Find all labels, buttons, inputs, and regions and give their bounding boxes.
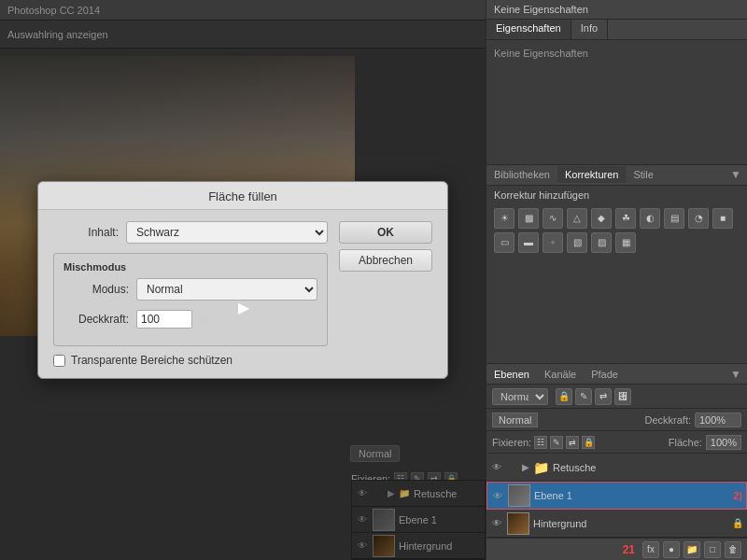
layer-ebene1[interactable]: 👁 Ebene 1 2): [486, 482, 747, 510]
keine-eigenschaften-label: Keine Eigenschaften: [486, 40, 747, 66]
adj-icon-levels[interactable]: ▩: [518, 208, 539, 229]
deckkraft-input[interactable]: [136, 310, 192, 329]
layer-name-retusche: Retusche: [553, 462, 743, 473]
inhalt-row: Inhalt: Schwarz Weiß Farbe...: [53, 221, 328, 244]
properties-tabs: Eigenschaften Info: [486, 20, 747, 40]
layers-tabs: Ebenen Kanäle Pfade ▼: [486, 364, 747, 385]
layer-name-ebene1: Ebene 1: [534, 490, 729, 501]
layer-name-hintergrund: Hintergrund: [533, 518, 728, 529]
fix-icon-r2[interactable]: ✎: [550, 436, 563, 449]
tab-kanaele[interactable]: Kanäle: [537, 366, 584, 383]
adj-icon-threshold[interactable]: ▧: [567, 232, 587, 253]
adj-icon-brightness[interactable]: ☀: [494, 208, 514, 229]
blend-mode-select[interactable]: Normal: [492, 388, 548, 405]
main-container: Photoshop CC 2014 Auswahlring anzeigen N…: [0, 0, 747, 560]
dialog-left: Inhalt: Schwarz Weiß Farbe... Mischmodus: [53, 221, 328, 367]
tab-ebenen[interactable]: Ebenen: [486, 366, 537, 383]
right-panel: Keine Eigenschaften Eigenschaften Info K…: [486, 0, 747, 560]
mischmodus-group: Mischmodus Modus: Normal Multiplizieren …: [53, 253, 328, 346]
layer-hintergrund[interactable]: 👁 Hintergrund 🔒: [486, 510, 747, 538]
layers-bottom: 21 fx ● 📁 □ 🗑: [486, 538, 747, 560]
fill-label: Fläche:: [669, 437, 702, 448]
adj-icon-exposure[interactable]: △: [567, 208, 587, 229]
layer-retusche[interactable]: 👁 ▶ 📁 Retusche: [486, 454, 747, 482]
dialog-overlay: Fläche füllen Inhalt: Schwarz Weiß Farbe…: [0, 0, 486, 560]
layer-icons-row: 🔒 ✎ ⇄ ␿: [556, 388, 631, 405]
group-btn[interactable]: 📁: [684, 541, 700, 558]
fixieren-label-right: Fixieren:: [492, 437, 531, 448]
delete-layer-btn[interactable]: 🗑: [725, 541, 741, 558]
deckkraft-label: Deckkraft:: [63, 313, 129, 326]
fill-row: Fixieren: ☷ ✎ ⇄ 🔒 Fläche: 100%: [486, 431, 747, 454]
adj-icon-photofilter[interactable]: ◔: [688, 208, 709, 229]
tab-eigenschaften[interactable]: Eigenschaften: [486, 20, 571, 39]
adj-icon-channelmixer[interactable]: ■: [712, 208, 733, 229]
adj-icon-invert[interactable]: ▬: [518, 232, 539, 253]
adj-icon-bw[interactable]: ▤: [664, 208, 684, 229]
thumb-ebene1-r: [508, 484, 530, 507]
adjustment-btn[interactable]: ●: [663, 541, 680, 558]
canvas-area: Photoshop CC 2014 Auswahlring anzeigen N…: [0, 0, 486, 560]
checkbox-label: Transparente Bereiche schützen: [71, 354, 233, 367]
eye-ebene1-r[interactable]: 👁: [491, 489, 504, 502]
fix-icon-r1[interactable]: ☷: [534, 436, 547, 449]
layers-panel: Ebenen Kanäle Pfade ▼ Normal 🔒 ✎ ⇄ ␿ Nor…: [486, 364, 747, 560]
fx-btn[interactable]: fx: [642, 541, 659, 558]
adj-tabs: Bibliotheken Korrekturen Stile ▼: [486, 165, 747, 186]
korrektur-label: Korrektur hinzufügen: [486, 186, 747, 204]
tab-stile[interactable]: Stile: [626, 166, 660, 183]
eye-retusche-r[interactable]: 👁: [490, 461, 503, 474]
dialog-body: Inhalt: Schwarz Weiß Farbe... Mischmodus: [38, 210, 447, 378]
abbrechen-button[interactable]: Abbrechen: [339, 249, 432, 272]
adjustments-panel: Bibliotheken Korrekturen Stile ▼ Korrekt…: [486, 165, 747, 364]
tab-pfade[interactable]: Pfade: [584, 366, 626, 383]
chain-icon-btn[interactable]: ␿: [614, 388, 631, 405]
brush-icon-btn[interactable]: ✎: [575, 388, 592, 405]
fix-icon-r4[interactable]: 🔒: [582, 436, 595, 449]
modus-row: Modus: Normal Multiplizieren Überlagern: [63, 278, 317, 301]
tab-korrekturen[interactable]: Korrekturen: [557, 166, 626, 183]
adj-icon-selectivecolor[interactable]: ▦: [615, 232, 636, 253]
deckkraft-row: Deckkraft: %: [63, 310, 317, 329]
adj-icon-gradient[interactable]: ▨: [591, 232, 612, 253]
adj-icon-curves[interactable]: ∿: [543, 208, 563, 229]
inhalt-select[interactable]: Schwarz Weiß Farbe...: [126, 221, 328, 244]
adj-icon-posterize[interactable]: ▫: [543, 232, 563, 253]
mischmodus-title: Mischmodus: [63, 261, 317, 273]
checkbox-row: Transparente Bereiche schützen: [53, 354, 328, 367]
adj-icon-vibrance[interactable]: ◆: [591, 208, 612, 229]
new-layer-btn[interactable]: □: [704, 541, 721, 558]
opacity-label: Deckkraft:: [644, 414, 691, 426]
properties-panel: Eigenschaften Info Keine Eigenschaften: [486, 20, 747, 164]
move-icon-btn[interactable]: ⇄: [595, 388, 612, 405]
eye-hintergrund-r[interactable]: 👁: [490, 517, 503, 530]
transparent-checkbox[interactable]: [53, 355, 65, 367]
opacity-row: Normal Deckkraft: 100%: [486, 409, 747, 431]
inhalt-label: Inhalt:: [53, 226, 119, 239]
normal-label-right: Normal: [492, 413, 538, 427]
thumb-hintergrund-r: [507, 512, 529, 535]
tab-info[interactable]: Info: [571, 20, 608, 39]
bottom-number: 21: [623, 543, 635, 556]
modus-select[interactable]: Normal Multiplizieren Überlagern: [136, 278, 317, 301]
keine-top: Keine Eigenschaften: [486, 0, 747, 20]
fix-icon-r3[interactable]: ⇄: [566, 436, 579, 449]
layer-list: 👁 ▶ 📁 Retusche 👁 Ebene 1 2) 👁: [486, 454, 747, 538]
tab-bibliotheken[interactable]: Bibliotheken: [486, 166, 557, 183]
adj-icons: ☀ ▩ ∿ △ ◆ ☘ ◐ ▤ ◔ ■ ▭ ▬ ▫ ▧ ▨ ▦: [486, 204, 747, 257]
adj-tab-menu[interactable]: ▼: [725, 168, 747, 181]
deckkraft-unit: %: [200, 313, 210, 326]
layers-tab-menu[interactable]: ▼: [725, 368, 747, 381]
modus-label: Modus:: [63, 283, 129, 296]
layers-blend-row: Normal 🔒 ✎ ⇄ ␿: [486, 385, 747, 409]
dialog-title: Fläche füllen: [38, 182, 447, 210]
keine-top-label: Keine Eigenschaften: [494, 4, 588, 15]
fixieren-icons: Fixieren: ☷ ✎ ⇄ 🔒: [492, 436, 595, 449]
lock-icon-btn[interactable]: 🔒: [556, 388, 572, 405]
adj-icon-hsl[interactable]: ☘: [615, 208, 636, 229]
ok-button[interactable]: OK: [339, 221, 432, 244]
adj-icon-colorbalance[interactable]: ◐: [640, 208, 660, 229]
dialog-buttons: OK Abbrechen: [339, 221, 432, 367]
adj-icon-colorlookup[interactable]: ▭: [494, 232, 514, 253]
layer-number-ebene1: 2): [733, 490, 742, 501]
